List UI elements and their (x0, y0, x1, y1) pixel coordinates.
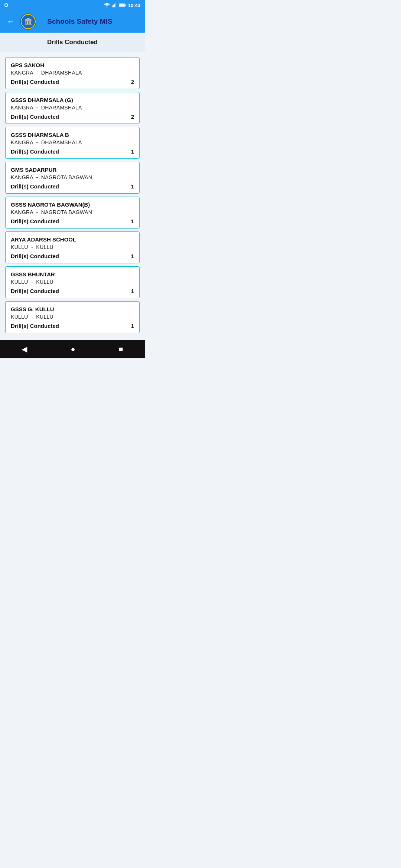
status-bar-right: 10:43 (104, 3, 140, 8)
drill-count: 1 (131, 253, 134, 259)
school-location: KANGRA - DHARAMSHALA (11, 105, 134, 111)
school-card[interactable]: GSSS DHARMSALA B KANGRA - DHARAMSHALA Dr… (5, 127, 140, 159)
school-location: KANGRA - DHARAMSHALA (11, 139, 134, 145)
signal-icon (112, 3, 117, 7)
drill-count: 1 (131, 148, 134, 155)
school-name: GSSS BHUNTAR (11, 271, 134, 277)
school-location: KANGRA - NAGROTA BAGWAN (11, 209, 134, 215)
school-card[interactable]: GMS SADARPUR KANGRA - NAGROTA BAGWAN Dri… (5, 162, 140, 194)
schools-list-wrapper: GPS SAKOH KANGRA - DHARAMSHALA Drill(s) … (0, 54, 145, 336)
school-card[interactable]: GPS SAKOH KANGRA - DHARAMSHALA Drill(s) … (5, 57, 140, 89)
time: 10:43 (128, 3, 140, 8)
app-bar: ← 🏛️ Schools Safety MIS (0, 10, 145, 33)
section-title: Drills Conducted (47, 39, 98, 46)
status-bar-left (4, 3, 8, 7)
school-card[interactable]: GSSS G. KULLU KULLU - KULLU Drill(s) Con… (5, 301, 140, 333)
school-name: ARYA ADARSH SCHOOL (11, 236, 134, 243)
drill-label: Drill(s) Conducted (11, 114, 59, 120)
school-location: KANGRA - NAGROTA BAGWAN (11, 174, 134, 180)
school-name: GSSS DHARMSALA (G) (11, 97, 134, 103)
school-card[interactable]: GSSS DHARMSALA (G) KANGRA - DHARAMSHALA … (5, 92, 140, 124)
school-location: KULLU - KULLU (11, 244, 134, 250)
school-name: GMS SADARPUR (11, 167, 134, 173)
drill-label: Drill(s) Conducted (11, 79, 59, 85)
drill-row: Drill(s) Conducted 1 (11, 183, 134, 190)
nav-recent-button[interactable]: ■ (111, 342, 130, 356)
bottom-nav: ◀ ● ■ (0, 340, 145, 358)
nav-home-button[interactable]: ● (63, 342, 82, 356)
drill-label: Drill(s) Conducted (11, 218, 59, 224)
school-name: GPS SAKOH (11, 62, 134, 68)
svg-rect-5 (125, 4, 126, 6)
notification-dot (4, 3, 8, 7)
drill-row: Drill(s) Conducted 1 (11, 288, 134, 294)
school-card[interactable]: ARYA ADARSH SCHOOL KULLU - KULLU Drill(s… (5, 231, 140, 263)
app-title: Schools Safety MIS (40, 17, 120, 26)
status-bar: 10:43 (0, 0, 145, 10)
drill-row: Drill(s) Conducted 1 (11, 323, 134, 329)
drill-label: Drill(s) Conducted (11, 183, 59, 190)
back-button[interactable]: ← (5, 15, 16, 28)
drill-count: 1 (131, 183, 134, 190)
school-location: KANGRA - DHARAMSHALA (11, 70, 134, 76)
svg-rect-6 (119, 4, 125, 6)
drill-row: Drill(s) Conducted 2 (11, 114, 134, 120)
wifi-icon (104, 3, 110, 7)
svg-rect-2 (114, 4, 115, 7)
school-location: KULLU - KULLU (11, 279, 134, 285)
school-card[interactable]: GSSS NAGROTA BAGWAN(B) KANGRA - NAGROTA … (5, 197, 140, 228)
svg-rect-1 (113, 4, 114, 7)
nav-back-button[interactable]: ◀ (14, 342, 35, 356)
drill-count: 2 (131, 114, 134, 120)
drill-count: 2 (131, 79, 134, 85)
svg-rect-0 (112, 6, 113, 7)
school-name: GSSS DHARMSALA B (11, 132, 134, 138)
svg-rect-3 (115, 3, 116, 7)
drill-label: Drill(s) Conducted (11, 323, 59, 329)
drill-label: Drill(s) Conducted (11, 288, 59, 294)
school-name: GSSS NAGROTA BAGWAN(B) (11, 201, 134, 208)
school-location: KULLU - KULLU (11, 314, 134, 320)
drill-row: Drill(s) Conducted 1 (11, 253, 134, 259)
app-logo: 🏛️ (20, 13, 36, 30)
drill-count: 1 (131, 288, 134, 294)
battery-icon (119, 3, 126, 7)
drill-row: Drill(s) Conducted 1 (11, 148, 134, 155)
drill-label: Drill(s) Conducted (11, 148, 59, 155)
section-header: Drills Conducted (0, 33, 145, 52)
school-name: GSSS G. KULLU (11, 306, 134, 312)
schools-list: GPS SAKOH KANGRA - DHARAMSHALA Drill(s) … (0, 54, 145, 336)
drill-count: 1 (131, 323, 134, 329)
drill-row: Drill(s) Conducted 1 (11, 218, 134, 224)
drill-row: Drill(s) Conducted 2 (11, 79, 134, 85)
logo-emblem: 🏛️ (21, 14, 36, 29)
school-card[interactable]: GSSS BHUNTAR KULLU - KULLU Drill(s) Cond… (5, 266, 140, 298)
drill-count: 1 (131, 218, 134, 224)
drill-label: Drill(s) Conducted (11, 253, 59, 259)
